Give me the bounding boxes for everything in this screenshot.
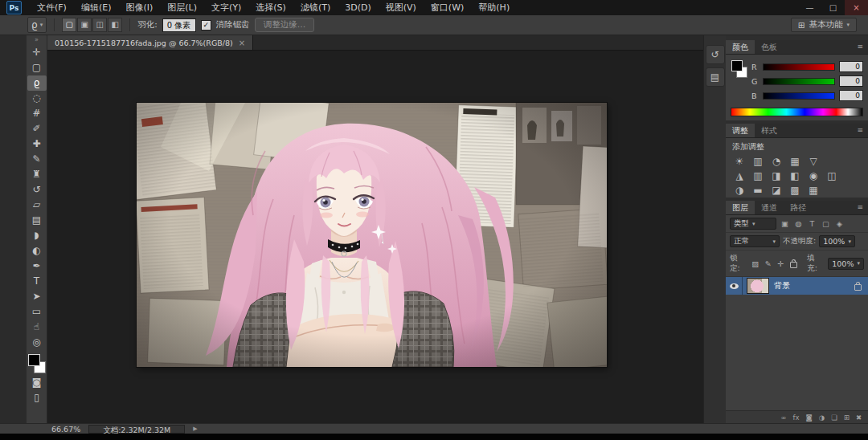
close-button[interactable]: × xyxy=(845,0,868,15)
menu-select[interactable]: 选择(S) xyxy=(248,0,293,15)
menu-help[interactable]: 帮助(H) xyxy=(471,0,517,15)
document-tab[interactable]: 010156-1715187716fada.jpg @ 66.7%(RGB/8)… xyxy=(47,35,253,50)
quick-mask-button[interactable]: ◙ xyxy=(27,375,47,390)
black-white-icon[interactable]: ◨ xyxy=(771,170,782,181)
gradient-map-icon[interactable]: ▩ xyxy=(789,185,800,196)
document-close-icon[interactable]: × xyxy=(239,39,245,47)
panel-color-swatches-widget[interactable] xyxy=(731,60,747,78)
filter-smart-objects-icon[interactable]: ◈ xyxy=(834,219,845,228)
hue-saturation-icon[interactable]: ◮ xyxy=(734,170,745,181)
restore-button[interactable]: □ xyxy=(821,0,845,15)
tool-clone-stamp[interactable]: ♜ xyxy=(27,167,47,182)
tool-path-selection[interactable]: ➤ xyxy=(27,289,47,304)
layer-thumbnail[interactable] xyxy=(747,278,769,294)
menu-layer[interactable]: 图层(L) xyxy=(160,0,204,15)
adjustment-layer-icon[interactable]: ◑ xyxy=(819,414,825,422)
tool-blur[interactable]: ◗ xyxy=(27,228,47,243)
layer-filter-select[interactable]: 类型 ▾ xyxy=(730,218,776,230)
tool-pen[interactable]: ✒ xyxy=(27,259,47,274)
tools-collapse-grip[interactable]: » xyxy=(35,35,39,45)
lock-position-icon[interactable]: ✛ xyxy=(776,259,786,268)
menu-edit[interactable]: 编辑(E) xyxy=(74,0,119,15)
tab-color[interactable]: 颜色 xyxy=(726,40,755,54)
workspace-switcher[interactable]: ⊞ 基本功能 ▾ xyxy=(791,18,857,32)
blend-mode-select[interactable]: 正常 ▾ xyxy=(730,235,780,247)
channel-mixer-icon[interactable]: ◉ xyxy=(808,170,819,181)
tab-layers[interactable]: 图层 xyxy=(726,201,755,214)
layer-group-icon[interactable]: ❏ xyxy=(831,414,837,422)
brightness-contrast-icon[interactable]: ☀ xyxy=(734,156,745,167)
filter-shape-layers-icon[interactable]: ▢ xyxy=(821,219,831,228)
minimize-button[interactable]: — xyxy=(798,0,821,15)
color-spectrum-ramp[interactable] xyxy=(731,108,863,116)
color-lookup-icon[interactable]: ◫ xyxy=(826,170,837,181)
tool-eraser[interactable]: ▱ xyxy=(27,198,47,213)
filter-adjustment-layers-icon[interactable]: ◍ xyxy=(793,219,804,228)
selective-color-icon[interactable]: ▦ xyxy=(808,185,819,196)
panel-menu-icon[interactable]: ≡ xyxy=(857,40,868,54)
tool-gradient[interactable]: ▤ xyxy=(27,213,47,228)
layer-style-icon[interactable]: fx xyxy=(792,414,799,422)
red-value-input[interactable]: 0 xyxy=(839,61,863,72)
tool-type[interactable]: T xyxy=(27,274,47,289)
antialias-checkbox[interactable]: ✓ xyxy=(201,20,211,31)
lock-pixels-icon[interactable]: ✎ xyxy=(764,259,773,268)
photo-filter-icon[interactable]: ◧ xyxy=(789,170,800,181)
red-slider[interactable] xyxy=(763,63,835,71)
invert-icon[interactable]: ◑ xyxy=(734,185,745,196)
tool-preset-picker[interactable]: ϱ ▾ xyxy=(27,17,47,33)
tab-channels[interactable]: 通道 xyxy=(755,201,784,214)
collapsed-properties-panel-button[interactable]: ▤ xyxy=(706,67,725,87)
menu-window[interactable]: 窗口(W) xyxy=(424,0,471,15)
lock-transparency-icon[interactable]: ▨ xyxy=(751,259,760,268)
new-layer-icon[interactable]: ⊞ xyxy=(844,414,850,422)
green-value-input[interactable]: 0 xyxy=(839,75,863,87)
tab-swatches[interactable]: 色板 xyxy=(755,40,784,54)
tool-shape[interactable]: ▭ xyxy=(27,304,47,320)
blue-value-input[interactable]: 0 xyxy=(839,90,863,101)
refine-edge-button[interactable]: 调整边缘… xyxy=(255,18,315,32)
lock-all-icon[interactable] xyxy=(790,262,797,268)
tool-quick-selection[interactable]: ◌ xyxy=(27,91,47,106)
color-balance-icon[interactable]: ▥ xyxy=(752,170,764,181)
intersect-selection-button[interactable]: ◧ xyxy=(108,18,122,32)
foreground-color-swatch[interactable] xyxy=(28,354,40,366)
tool-zoom[interactable]: ◎ xyxy=(27,335,47,350)
tool-hand[interactable]: ☝ xyxy=(27,320,47,335)
feather-input[interactable]: 0 像素 xyxy=(162,18,196,32)
menu-filter[interactable]: 滤镜(T) xyxy=(293,0,338,15)
add-selection-button[interactable]: ▣ xyxy=(77,18,92,32)
layer-visibility-toggle[interactable] xyxy=(726,277,743,295)
layer-row-background[interactable]: 背景 xyxy=(726,277,868,295)
tool-eyedropper[interactable]: ✐ xyxy=(27,121,47,136)
screen-mode-button[interactable]: ▯ xyxy=(27,390,47,405)
filter-type-layers-icon[interactable]: T xyxy=(807,219,817,228)
tab-paths[interactable]: 路径 xyxy=(784,201,813,214)
opacity-input[interactable]: 100% ▾ xyxy=(819,235,855,247)
tab-styles[interactable]: 样式 xyxy=(755,124,784,137)
new-selection-button[interactable]: ▢ xyxy=(62,18,76,32)
blue-slider[interactable] xyxy=(763,92,835,100)
vibrance-icon[interactable]: ▽ xyxy=(808,156,819,167)
menu-3d[interactable]: 3D(D) xyxy=(338,0,379,15)
tool-brush[interactable]: ✎ xyxy=(27,152,47,167)
canvas[interactable] xyxy=(137,103,607,367)
curves-icon[interactable]: ◔ xyxy=(771,156,782,167)
tool-history-brush[interactable]: ↺ xyxy=(27,182,47,198)
tool-marquee[interactable]: ▢ xyxy=(27,60,47,75)
menu-type[interactable]: 文字(Y) xyxy=(204,0,248,15)
panel-menu-icon[interactable]: ≡ xyxy=(857,201,868,214)
filter-pixel-layers-icon[interactable]: ▣ xyxy=(780,219,790,228)
fill-input[interactable]: 100% ▾ xyxy=(828,258,864,270)
delete-layer-icon[interactable]: ✖ xyxy=(856,414,862,422)
tool-move[interactable]: ✛ xyxy=(27,45,47,60)
subtract-selection-button[interactable]: ◫ xyxy=(92,18,107,32)
link-layers-icon[interactable]: ∞ xyxy=(780,414,786,422)
zoom-level[interactable]: 66.67% xyxy=(51,425,80,434)
collapsed-history-panel-button[interactable]: ↺ xyxy=(706,45,725,64)
status-flyout-icon[interactable]: ▶ xyxy=(193,426,197,432)
color-swatches-widget[interactable] xyxy=(28,354,46,373)
menu-view[interactable]: 视图(V) xyxy=(379,0,424,15)
exposure-icon[interactable]: ▦ xyxy=(789,156,800,167)
levels-icon[interactable]: ▥ xyxy=(752,156,764,167)
